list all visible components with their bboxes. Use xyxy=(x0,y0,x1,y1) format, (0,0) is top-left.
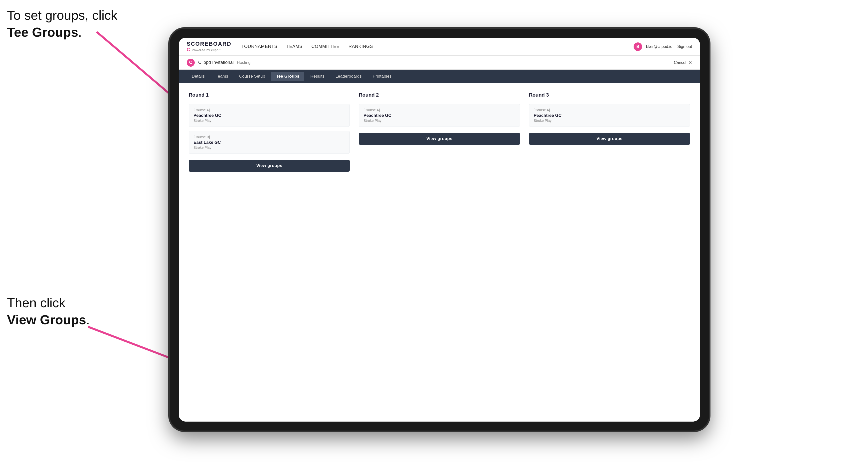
round-2-view-groups-button[interactable]: View groups xyxy=(359,133,520,145)
nav-tournaments[interactable]: TOURNAMENTS xyxy=(241,43,277,50)
tab-details[interactable]: Details xyxy=(187,72,210,81)
logo-sub-text: Powered by clippit xyxy=(192,49,220,52)
tab-results[interactable]: Results xyxy=(305,72,330,81)
round-3-course-a-card: [Course A] Peachtree GC Stroke Play xyxy=(529,104,690,127)
tablet-screen: SCOREBOARD C Powered by clippit TOURNAME… xyxy=(179,38,700,422)
tab-leaderboards[interactable]: Leaderboards xyxy=(331,72,367,81)
round-2-course-a-format: Stroke Play xyxy=(364,119,515,123)
round-3-course-a-name: Peachtree GC xyxy=(534,113,685,118)
round-1-course-a-label: [Course A] xyxy=(193,108,345,112)
main-nav-links: TOURNAMENTS TEAMS COMMITTEE RANKINGS xyxy=(241,43,633,50)
tournament-bar: C Clippd Invitational Hosting Cancel ✕ xyxy=(179,56,700,70)
round-3-view-groups-button[interactable]: View groups xyxy=(529,133,690,145)
logo-c-letter: C xyxy=(187,47,190,52)
instruction-bottom-line1: Then click xyxy=(7,295,65,310)
instruction-top-bold: Tee Groups xyxy=(7,25,78,39)
nav-teams[interactable]: TEAMS xyxy=(286,43,303,50)
round-2-title: Round 2 xyxy=(359,92,520,98)
nav-committee[interactable]: COMMITTEE xyxy=(312,43,340,50)
round-1-course-a-card: [Course A] Peachtree GC Stroke Play xyxy=(189,104,350,127)
round-3-course-a-format: Stroke Play xyxy=(534,119,685,123)
sub-nav: Details Teams Course Setup Tee Groups Re… xyxy=(179,70,700,83)
round-3-section: Round 3 [Course A] Peachtree GC Stroke P… xyxy=(529,92,690,172)
tablet-device: SCOREBOARD C Powered by clippit TOURNAME… xyxy=(170,29,709,431)
round-1-course-b-format: Stroke Play xyxy=(193,146,345,150)
round-2-section: Round 2 [Course A] Peachtree GC Stroke P… xyxy=(359,92,520,172)
round-1-title: Round 1 xyxy=(189,92,350,98)
logo-sub: C Powered by clippit xyxy=(187,47,231,53)
round-1-view-groups-button[interactable]: View groups xyxy=(189,160,350,172)
round-2-course-a-name: Peachtree GC xyxy=(364,113,515,118)
avatar: B xyxy=(633,42,642,51)
round-3-title: Round 3 xyxy=(529,92,690,98)
cancel-button[interactable]: Cancel xyxy=(674,60,686,65)
round-2-course-a-label: [Course A] xyxy=(364,108,515,112)
round-1-course-a-name: Peachtree GC xyxy=(193,113,345,118)
nav-rankings[interactable]: RANKINGS xyxy=(348,43,373,50)
main-content: Round 1 [Course A] Peachtree GC Stroke P… xyxy=(179,83,700,422)
tournament-name: Clippd Invitational Hosting xyxy=(198,60,674,65)
user-area: B blair@clippd.io Sign out xyxy=(633,42,692,51)
tournament-logo: C xyxy=(187,59,195,67)
tab-course-setup[interactable]: Course Setup xyxy=(234,72,270,81)
rounds-grid: Round 1 [Course A] Peachtree GC Stroke P… xyxy=(189,92,690,172)
top-nav: SCOREBOARD C Powered by clippit TOURNAME… xyxy=(179,38,700,56)
round-1-course-b-label: [Course B] xyxy=(193,135,345,139)
round-2-course-a-card: [Course A] Peachtree GC Stroke Play xyxy=(359,104,520,127)
round-3-course-a-label: [Course A] xyxy=(534,108,685,112)
user-email: blair@clippd.io xyxy=(646,44,672,49)
round-1-section: Round 1 [Course A] Peachtree GC Stroke P… xyxy=(189,92,350,172)
logo-main: SCOREBOARD xyxy=(187,41,231,47)
round-1-course-b-card: [Course B] East Lake GC Stroke Play xyxy=(189,131,350,154)
round-1-course-a-format: Stroke Play xyxy=(193,119,345,123)
round-1-course-b-name: East Lake GC xyxy=(193,140,345,145)
logo-area: SCOREBOARD C Powered by clippit xyxy=(187,41,231,53)
logo-text: SCOREBOARD xyxy=(187,41,231,47)
close-icon[interactable]: ✕ xyxy=(688,60,692,65)
tab-teams[interactable]: Teams xyxy=(211,72,233,81)
tab-printables[interactable]: Printables xyxy=(368,72,397,81)
tournament-hosting: Hosting xyxy=(237,60,250,65)
sign-out-link[interactable]: Sign out xyxy=(677,44,692,49)
tab-tee-groups[interactable]: Tee Groups xyxy=(271,72,304,81)
